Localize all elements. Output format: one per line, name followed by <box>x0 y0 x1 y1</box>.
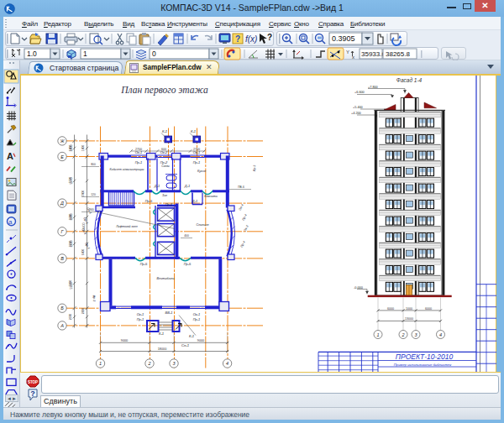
svg-text:0: 0 <box>152 50 156 58</box>
svg-text:-0.000: -0.000 <box>354 285 363 289</box>
svg-text:Вр-3: Вр-3 <box>92 295 96 301</box>
svg-text:1800: 1800 <box>81 144 85 151</box>
svg-text:Пр-6: Пр-6 <box>165 201 173 206</box>
svg-text:2000: 2000 <box>81 307 85 314</box>
svg-text:Кабинет администрации: Кабинет администрации <box>110 167 144 170</box>
svg-text:Лифтовой холл: Лифтовой холл <box>115 224 138 227</box>
svg-text:Б: Б <box>60 306 64 311</box>
svg-text:К-1: К-1 <box>159 331 164 335</box>
svg-text:+7.800: +7.800 <box>368 85 378 88</box>
svg-text:9000: 9000 <box>121 338 128 342</box>
svg-text:2: 2 <box>147 361 150 366</box>
svg-text:Пр-4: Пр-4 <box>240 240 246 248</box>
svg-text:Зал: Зал <box>162 193 167 196</box>
svg-text:?: ? <box>267 33 272 42</box>
svg-text:Ок-1: Ок-1 <box>137 311 144 316</box>
svg-text:400: 400 <box>184 234 189 238</box>
svg-text:Пример использования библиотек: Пример использования библиотек <box>394 362 452 366</box>
svg-text:1: 1 <box>83 50 87 58</box>
svg-text:К-1: К-1 <box>191 128 196 133</box>
svg-text:4: 4 <box>226 361 228 366</box>
svg-text:7400: 7400 <box>81 190 85 196</box>
svg-text:В: В <box>60 255 64 260</box>
svg-text:Пр-4: Пр-4 <box>242 213 248 221</box>
svg-text:Пр-1: Пр-1 <box>137 316 144 321</box>
svg-text:13000: 13000 <box>405 317 413 321</box>
svg-text:Пр-5: Пр-5 <box>140 261 148 265</box>
svg-text:1.0: 1.0 <box>27 50 37 58</box>
svg-text:ПРОЕКТ-10-2010: ПРОЕКТ-10-2010 <box>396 352 454 361</box>
svg-text:Вестибюль: Вестибюль <box>157 276 175 279</box>
svg-text:Пр-4: Пр-4 <box>84 242 90 249</box>
svg-text:ПВ-6: ПВ-6 <box>238 185 244 189</box>
svg-text:2070: 2070 <box>69 313 72 320</box>
svg-text:940: 940 <box>89 207 94 211</box>
svg-text:А: А <box>60 322 64 327</box>
svg-text:2700: 2700 <box>135 147 142 150</box>
svg-text:1800: 1800 <box>69 144 72 151</box>
svg-text:A: A <box>7 151 13 161</box>
svg-text:3340: 3340 <box>69 213 72 220</box>
svg-text:Сп-1: Сп-1 <box>181 342 189 347</box>
svg-text:Спальня: Спальня <box>196 222 208 226</box>
svg-text:6000: 6000 <box>425 306 432 310</box>
svg-text:Фасад 1-4: Фасад 1-4 <box>396 76 423 82</box>
svg-text:Пр-1: Пр-1 <box>135 159 143 164</box>
svg-text:6000: 6000 <box>387 306 394 310</box>
svg-text:К-1: К-1 <box>162 128 167 133</box>
svg-text:Вр-3: Вр-3 <box>253 164 256 171</box>
svg-text:18000: 18000 <box>158 347 167 350</box>
svg-text:35933.6: 35933.6 <box>361 50 386 58</box>
svg-text:Комната: Комната <box>204 194 218 197</box>
svg-text:4: 4 <box>439 332 442 337</box>
svg-text:5930: 5930 <box>69 279 72 286</box>
svg-text:6400: 6400 <box>81 248 85 255</box>
svg-text:Пр-1: Пр-1 <box>193 159 201 164</box>
svg-text:Пр-2: Пр-2 <box>160 159 168 164</box>
svg-text:+5.400: +5.400 <box>353 105 363 108</box>
svg-text:1000: 1000 <box>406 306 412 310</box>
svg-text:9000: 9000 <box>197 338 204 342</box>
svg-text:Ок-3: Ок-3 <box>244 224 249 232</box>
svg-text:Ов-4: Ов-4 <box>239 203 244 211</box>
svg-text:f(x): f(x) <box>245 34 257 44</box>
svg-text:Д-1: Д-1 <box>154 183 160 187</box>
svg-text:0.3905: 0.3905 <box>332 34 355 43</box>
svg-text:38265.8: 38265.8 <box>386 50 410 58</box>
svg-text:5570: 5570 <box>69 176 72 183</box>
svg-text:+6.600: +6.600 <box>354 90 365 93</box>
svg-text:К-1: К-1 <box>189 333 194 337</box>
svg-text:800: 800 <box>91 162 96 165</box>
svg-text:Пр-5: Пр-5 <box>184 261 192 265</box>
svg-text:Д-1: Д-1 <box>184 183 190 187</box>
svg-text:Y: Y <box>346 50 349 55</box>
svg-text:2: 2 <box>401 332 404 337</box>
svg-text:STOP: STOP <box>28 379 38 384</box>
svg-text:Е: Е <box>60 154 64 159</box>
svg-text:Д-1: Д-1 <box>192 198 197 202</box>
svg-text:ВВ-1: ВВ-1 <box>165 310 173 314</box>
svg-text:1: 1 <box>99 361 102 366</box>
svg-text:Кухня: Кухня <box>197 169 206 172</box>
svg-text:3210: 3210 <box>69 240 72 247</box>
svg-text:120: 120 <box>91 192 96 196</box>
svg-text:Д: Д <box>60 201 64 206</box>
svg-text:a: a <box>8 218 13 226</box>
svg-text:?: ? <box>30 389 35 398</box>
svg-text:+4.200: +4.200 <box>351 111 361 114</box>
svg-text:Пр-5: Пр-5 <box>145 198 153 202</box>
svg-text:1: 1 <box>376 332 379 337</box>
svg-text:План первого этажа: План первого этажа <box>120 84 208 95</box>
svg-text:Ж: Ж <box>59 138 65 143</box>
svg-text:Ок-1: Ок-1 <box>193 311 201 316</box>
svg-text:Пр-1: Пр-1 <box>193 316 201 321</box>
svg-text:?: ? <box>235 34 240 44</box>
svg-text:Связи: Связи <box>161 164 170 167</box>
svg-text:2700: 2700 <box>193 147 200 150</box>
svg-text:600: 600 <box>161 147 166 150</box>
